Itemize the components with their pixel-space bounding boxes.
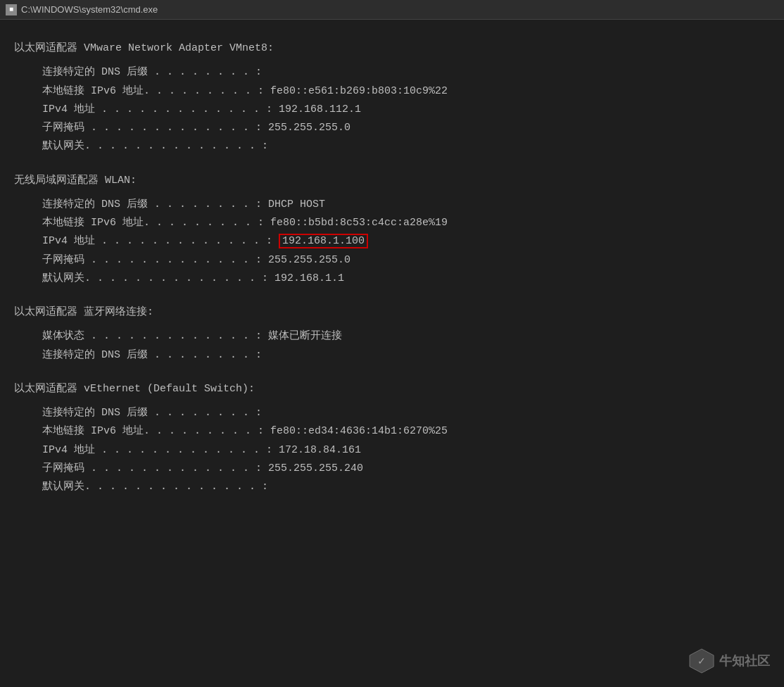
line-label-vethernet-0: 连接特定的 DNS 后缀 . . . . . . . . :	[42, 407, 262, 419]
line-label-vmware-vmnet8-2: IPv4 地址 . . . . . . . . . . . . . :	[42, 103, 272, 115]
line-value-vethernet-1: fe80::ed34:4636:14b1:6270%25	[270, 425, 448, 437]
section-content-bluetooth: 媒体状态 . . . . . . . . . . . . . : 媒体已断开连接…	[14, 327, 770, 365]
title-bar-text: C:\WINDOWS\system32\cmd.exe	[21, 4, 158, 15]
watermark-icon: ✓	[688, 648, 715, 674]
line-label-vmware-vmnet8-0: 连接特定的 DNS 后缀 . . . . . . . . :	[42, 66, 262, 78]
line-label-bluetooth-0: 媒体状态 . . . . . . . . . . . . . :	[42, 330, 262, 342]
section-header-wlan: 无线局域网适配器 WLAN:	[14, 172, 770, 190]
line-label-vethernet-3: 子网掩码 . . . . . . . . . . . . . :	[42, 462, 262, 474]
line-vethernet-0: 连接特定的 DNS 后缀 . . . . . . . . :	[42, 404, 770, 422]
terminal-content: 以太网适配器 VMware Network Adapter VMnet8: 连接…	[0, 20, 784, 516]
line-value-wlan-3: 255.255.255.0	[268, 254, 350, 266]
line-value-wlan-1: fe80::b5bd:8c53:c4cc:a28e%19	[270, 217, 448, 229]
line-label-vmware-vmnet8-4: 默认网关. . . . . . . . . . . . . . :	[42, 140, 268, 152]
line-label-vmware-vmnet8-1: 本地链接 IPv6 地址. . . . . . . . . :	[42, 85, 264, 97]
line-vmware-vmnet8-3: 子网掩码 . . . . . . . . . . . . . : 255.255…	[42, 119, 770, 137]
line-wlan-4: 默认网关. . . . . . . . . . . . . . : 192.16…	[42, 270, 770, 288]
watermark: ✓ 牛知社区	[688, 648, 770, 674]
section-header-vethernet: 以太网适配器 vEthernet (Default Switch):	[14, 380, 770, 398]
line-value-vethernet-2: 172.18.84.161	[279, 444, 361, 456]
line-wlan-1: 本地链接 IPv6 地址. . . . . . . . . : fe80::b5…	[42, 214, 770, 232]
line-vethernet-3: 子网掩码 . . . . . . . . . . . . . : 255.255…	[42, 460, 770, 478]
line-vethernet-2: IPv4 地址 . . . . . . . . . . . . . : 172.…	[42, 441, 770, 460]
section-content-vethernet: 连接特定的 DNS 后缀 . . . . . . . . : 本地链接 IPv6…	[14, 404, 770, 496]
watermark-text: 牛知社区	[719, 653, 770, 669]
line-wlan-0: 连接特定的 DNS 后缀 . . . . . . . . : DHCP HOST	[42, 196, 770, 214]
title-bar: ■ C:\WINDOWS\system32\cmd.exe	[0, 0, 784, 20]
line-label-vethernet-4: 默认网关. . . . . . . . . . . . . . :	[42, 481, 268, 493]
svg-text:✓: ✓	[697, 655, 706, 667]
line-label-bluetooth-1: 连接特定的 DNS 后缀 . . . . . . . . :	[42, 349, 262, 361]
line-bluetooth-1: 连接特定的 DNS 后缀 . . . . . . . . :	[42, 346, 770, 365]
line-label-wlan-2: IPv4 地址 . . . . . . . . . . . . . :	[42, 235, 272, 247]
section-content-vmware-vmnet8: 连接特定的 DNS 后缀 . . . . . . . . : 本地链接 IPv6…	[14, 63, 770, 156]
line-label-wlan-4: 默认网关. . . . . . . . . . . . . . :	[42, 272, 268, 284]
line-vmware-vmnet8-4: 默认网关. . . . . . . . . . . . . . :	[42, 137, 770, 156]
section-content-wlan: 连接特定的 DNS 后缀 . . . . . . . . : DHCP HOST…	[14, 196, 770, 288]
highlighted-ip: 192.168.1.100	[279, 234, 368, 248]
line-vmware-vmnet8-1: 本地链接 IPv6 地址. . . . . . . . . : fe80::e5…	[42, 82, 770, 101]
line-wlan-3: 子网掩码 . . . . . . . . . . . . . : 255.255…	[42, 251, 770, 270]
line-value-wlan-4: 192.168.1.1	[274, 272, 344, 284]
line-value-vmware-vmnet8-3: 255.255.255.0	[268, 122, 350, 134]
section-header-vmware-vmnet8: 以太网适配器 VMware Network Adapter VMnet8:	[14, 39, 770, 58]
line-label-vethernet-2: IPv4 地址 . . . . . . . . . . . . . :	[42, 444, 272, 456]
line-value-vmware-vmnet8-2: 192.168.112.1	[279, 103, 361, 115]
line-bluetooth-0: 媒体状态 . . . . . . . . . . . . . : 媒体已断开连接	[42, 327, 770, 346]
line-wlan-2: IPv4 地址 . . . . . . . . . . . . . : 192.…	[42, 232, 770, 251]
line-value-vethernet-3: 255.255.255.240	[268, 462, 363, 474]
line-label-vethernet-1: 本地链接 IPv6 地址. . . . . . . . . :	[42, 425, 264, 437]
line-label-wlan-3: 子网掩码 . . . . . . . . . . . . . :	[42, 254, 262, 266]
line-vethernet-1: 本地链接 IPv6 地址. . . . . . . . . : fe80::ed…	[42, 422, 770, 441]
line-label-wlan-1: 本地链接 IPv6 地址. . . . . . . . . :	[42, 217, 264, 229]
line-vmware-vmnet8-2: IPv4 地址 . . . . . . . . . . . . . : 192.…	[42, 101, 770, 119]
line-label-wlan-0: 连接特定的 DNS 后缀 . . . . . . . . :	[42, 198, 262, 210]
line-value-vmware-vmnet8-1: fe80::e561:b269:b803:10c9%22	[270, 85, 448, 97]
line-vmware-vmnet8-0: 连接特定的 DNS 后缀 . . . . . . . . :	[42, 63, 770, 82]
line-vethernet-4: 默认网关. . . . . . . . . . . . . . :	[42, 478, 770, 496]
window-icon: ■	[6, 4, 17, 15]
line-label-vmware-vmnet8-3: 子网掩码 . . . . . . . . . . . . . :	[42, 122, 262, 134]
line-value-bluetooth-0: 媒体已断开连接	[268, 330, 342, 342]
section-header-bluetooth: 以太网适配器 蓝牙网络连接:	[14, 303, 770, 322]
line-value-wlan-0: DHCP HOST	[268, 198, 325, 210]
